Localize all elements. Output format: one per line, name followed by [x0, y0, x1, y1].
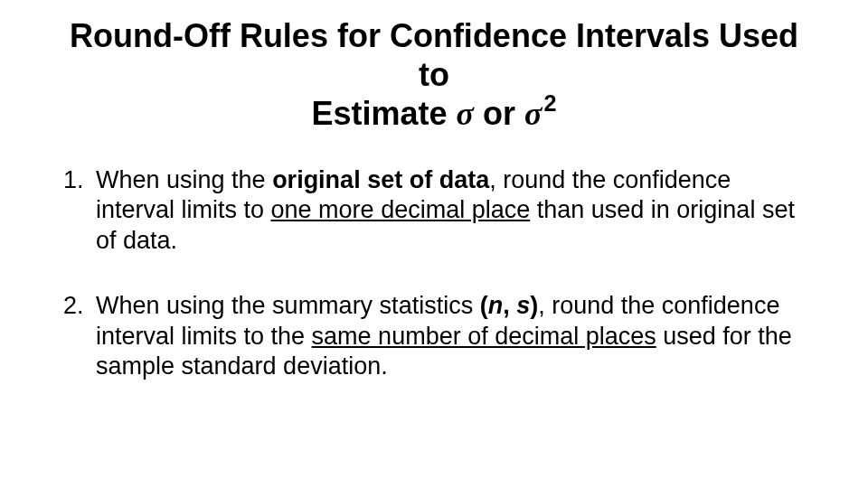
sigma-symbol: σ [457, 96, 474, 132]
rule-item-2: When using the summary statistics (n, s)… [90, 291, 808, 382]
rule2-comma: , [503, 292, 516, 319]
rule2-paren-open: ( [480, 292, 488, 319]
rule2-s: s [516, 292, 530, 319]
rule1-bold1: original set of data [272, 166, 489, 193]
title-line2-mid: or [474, 95, 524, 132]
rule1-underline1: one more decimal place [271, 196, 531, 223]
rules-list: When using the original set of data, rou… [33, 165, 835, 383]
rule2-underline1: same number of decimal places [312, 323, 656, 350]
rule2-paren-close: ) [530, 292, 538, 319]
title-line-1: Round-Off Rules for Confidence Intervals… [69, 16, 799, 94]
squared-exponent: 2 [543, 90, 556, 116]
title-line-2: Estimate σ or σ2 [69, 94, 799, 134]
slide-title: Round-Off Rules for Confidence Intervals… [69, 16, 799, 135]
slide: Round-Off Rules for Confidence Intervals… [0, 0, 868, 488]
title-line2-pre: Estimate [312, 95, 457, 132]
rule2-text1: When using the summary statistics [96, 292, 480, 319]
rule2-n: n [488, 292, 504, 319]
rule-item-1: When using the original set of data, rou… [90, 165, 808, 257]
rule1-text1: When using the [96, 166, 272, 193]
sigma-symbol-2: σ [524, 96, 542, 132]
